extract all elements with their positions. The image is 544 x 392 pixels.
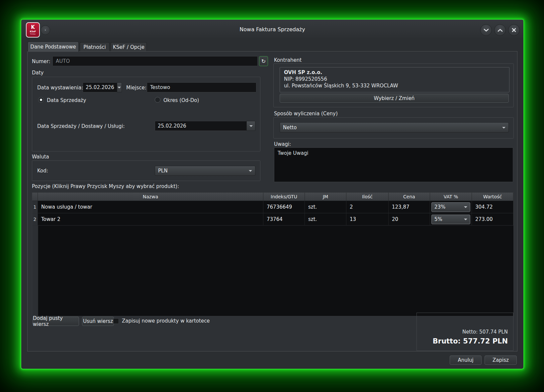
add-row-button[interactable]: Dodaj pusty wiersz	[33, 317, 79, 326]
table-empty-area	[32, 226, 513, 316]
cell-nazwa[interactable]: Nowa usługa / towar	[38, 201, 263, 213]
minimize-button[interactable]	[480, 24, 492, 36]
vat-value: 23%	[434, 204, 445, 210]
numer-input[interactable]	[52, 56, 258, 66]
sposob-group-label: Sposób wyliczenia (Ceny)	[274, 111, 338, 117]
data-sprzedazy-dropdown-button[interactable]	[246, 121, 255, 131]
sposob-value: Netto	[283, 125, 297, 131]
tab-platnosci[interactable]: Płatności	[80, 42, 110, 52]
cell-jm[interactable]: szt.	[305, 213, 346, 226]
currency-value: PLN	[158, 168, 168, 174]
col-wartosc[interactable]: Wartość	[472, 193, 513, 201]
invoice-window: K KSeF Polska Nowa Faktura Sprzedaży Dan…	[21, 19, 524, 369]
col-nazwa[interactable]: Nazwa	[38, 193, 263, 201]
uwagi-label: Uwagi:	[274, 141, 291, 147]
cell-nazwa[interactable]: Towar 2	[38, 213, 263, 226]
kontrahent-address: ul. Powstańców Śląskich 9, 53-332 WROCLA…	[284, 83, 398, 89]
data-wystawienia-dropdown-button[interactable]	[117, 82, 122, 92]
data-sprzedazy-label: Data Sprzedaży / Dostawy / Usługi:	[37, 123, 125, 129]
maximize-button[interactable]	[494, 24, 506, 36]
remove-row-button[interactable]: Usuń wiersz	[82, 317, 114, 326]
radio-data-sprzedazy[interactable]	[38, 97, 44, 103]
table-row: 2 Towar 2 73764 szt. 13 20 5% 273.00	[32, 213, 513, 226]
sposob-groupbox: Netto	[273, 117, 514, 139]
refresh-icon: ↻	[261, 58, 266, 64]
cell-cena[interactable]: 123,87	[389, 201, 430, 213]
row-number[interactable]: 2	[32, 213, 38, 226]
kod-label: Kod:	[37, 168, 48, 174]
tab-content-panel: Numer: ↻ Daty Data wystawienia: 25.02.20…	[27, 51, 517, 351]
cell-cena[interactable]: 20	[389, 213, 430, 226]
tab-label: KSeF / Opcje	[113, 44, 144, 50]
chevron-down-icon	[118, 87, 121, 88]
uwagi-textarea[interactable]: Twoje Uwagi	[274, 147, 513, 182]
save-products-checkbox-label[interactable]: Zapisuj nowe produkty w kartotece	[122, 318, 210, 324]
wybierz-zmien-button[interactable]: Wybierz / Zmień	[280, 94, 509, 103]
close-icon	[512, 28, 516, 32]
cell-ilosc[interactable]: 13	[346, 213, 389, 226]
brutto-total: Brutto: 577.72 PLN	[433, 337, 508, 345]
row-number[interactable]: 1	[32, 201, 38, 213]
window-title: Nowa Faktura Sprzedaży	[21, 26, 523, 33]
chevron-down-icon	[464, 219, 467, 220]
data-sprzedazy-picker[interactable]: 25.02.2026	[155, 121, 255, 131]
daty-group-label: Daty	[32, 70, 44, 76]
vat-select[interactable]: 23%	[431, 202, 470, 212]
kontrahent-nip: NIP: 8992520556	[284, 76, 327, 82]
daty-groupbox: Data wystawienia: 25.02.2026 Miejsce: Da…	[32, 77, 260, 151]
radio-okres-od-do-label[interactable]: Okres (Od-Do)	[163, 97, 199, 103]
col-ilosc[interactable]: Ilość	[346, 193, 389, 201]
close-button[interactable]	[508, 24, 520, 36]
cell-jm[interactable]: szt.	[305, 201, 346, 213]
kontrahent-groupbox: OVH SP z.o.o. NIP: 8992520556 ul. Powsta…	[273, 63, 514, 107]
logo-subtext: Polska	[30, 33, 36, 35]
currency-select[interactable]: PLN	[155, 166, 255, 176]
data-sprzedazy-value[interactable]: 25.02.2026	[155, 121, 246, 131]
vat-value: 5%	[434, 216, 442, 222]
save-products-checkbox[interactable]	[113, 318, 119, 324]
cell-ilosc[interactable]: 2	[346, 201, 389, 213]
data-wystawienia-picker[interactable]: 25.02.2026	[83, 82, 122, 92]
col-jm[interactable]: JM	[305, 193, 346, 201]
cancel-button[interactable]: Anuluj	[450, 355, 482, 365]
totals-box: Netto: 507.74 PLN Brutto: 577.72 PLN	[416, 313, 513, 351]
netto-total: Netto: 507.74 PLN	[462, 329, 508, 335]
tab-label: Dane Podstawowe	[30, 44, 76, 50]
pozycje-table: Nazwa Indeks/GTU JM Ilość Cena VAT % War…	[32, 192, 514, 316]
col-vat[interactable]: VAT %	[430, 193, 472, 201]
chevron-down-icon	[249, 170, 252, 172]
col-cena[interactable]: Cena	[389, 193, 430, 201]
radio-data-sprzedazy-label[interactable]: Data Sprzedaży	[47, 97, 86, 103]
cell-indeks[interactable]: 73764	[263, 213, 305, 226]
radio-okres-od-do[interactable]	[155, 97, 160, 103]
cell-wartosc[interactable]: 273.00	[472, 213, 513, 226]
refresh-number-button[interactable]: ↻	[259, 56, 268, 66]
titlebar: K KSeF Polska Nowa Faktura Sprzedaży	[21, 20, 523, 38]
tab-label: Płatności	[83, 44, 106, 50]
cell-indeks[interactable]: 76736649	[263, 201, 305, 213]
chevron-down-icon	[249, 125, 253, 127]
pozycje-label: Pozycje (Kliknij Prawy Przycisk Myszy ab…	[32, 183, 179, 189]
miejsce-label: Miejsce:	[126, 85, 146, 91]
kontrahent-info-box: OVH SP z.o.o. NIP: 8992520556 ul. Powsta…	[280, 67, 509, 92]
cell-wartosc[interactable]: 304.72	[472, 201, 513, 213]
tab-dane-podstawowe[interactable]: Dane Podstawowe	[28, 42, 79, 52]
vat-select[interactable]: 5%	[431, 215, 470, 224]
waluta-groupbox: Kod: PLN	[32, 160, 260, 181]
sposob-select[interactable]: Netto	[280, 122, 509, 133]
save-button[interactable]: Zapisz	[485, 355, 517, 365]
row-number-header	[32, 193, 38, 201]
chevron-down-icon	[464, 206, 467, 208]
tab-ksef-opcje[interactable]: KSeF / Opcje	[111, 42, 147, 52]
col-indeks[interactable]: Indeks/GTU	[263, 193, 305, 201]
cell-vat: 5%	[430, 213, 472, 226]
table-header-row: Nazwa Indeks/GTU JM Ilość Cena VAT % War…	[32, 193, 513, 201]
data-wystawienia-label: Data wystawienia:	[37, 85, 83, 91]
numer-label: Numer:	[32, 58, 50, 64]
chevron-down-icon	[484, 29, 489, 32]
chevron-up-icon	[498, 29, 503, 32]
data-wystawienia-value[interactable]: 25.02.2026	[83, 82, 117, 92]
kontrahent-group-label: Kontrahent	[274, 57, 302, 63]
chevron-down-icon	[502, 127, 505, 129]
miejsce-input[interactable]	[147, 82, 256, 92]
